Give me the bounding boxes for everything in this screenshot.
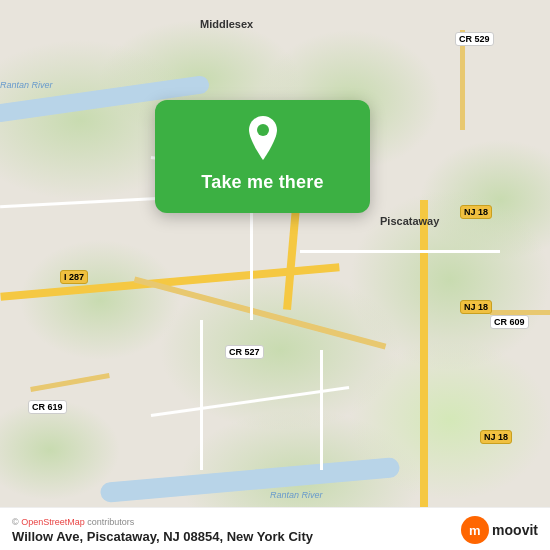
road-label-cr527: CR 527	[225, 345, 264, 359]
road-label-nj18-bottom: NJ 18	[480, 430, 512, 444]
local-road-5	[320, 350, 323, 470]
take-me-there-button[interactable]: Take me there	[201, 168, 323, 197]
road-label-cr609: CR 609	[490, 315, 529, 329]
bottom-left-section: © OpenStreetMap contributors Willow Ave,…	[12, 517, 313, 544]
moovit-text: moovit	[492, 522, 538, 538]
road-label-cr529: CR 529	[455, 32, 494, 46]
address-label: Willow Ave, Piscataway, NJ 08854, New Yo…	[12, 529, 313, 544]
osm-contributors: contributors	[87, 517, 134, 527]
location-pin-icon	[241, 116, 285, 160]
local-road-3	[200, 320, 203, 470]
osm-link[interactable]: OpenStreetMap	[21, 517, 85, 527]
navigation-card: Take me there	[155, 100, 370, 213]
road-label-i287-left: I 287	[60, 270, 88, 284]
local-road-4	[300, 250, 500, 253]
bottom-bar: © OpenStreetMap contributors Willow Ave,…	[0, 507, 550, 550]
road-label-cr619: CR 619	[28, 400, 67, 414]
map-container: I 287 I 287 NJ 18 NJ 18 NJ 18 CR 527 CR …	[0, 0, 550, 550]
osm-credit: © OpenStreetMap contributors	[12, 517, 313, 527]
copyright-symbol: ©	[12, 517, 19, 527]
moovit-icon: m	[461, 516, 489, 544]
road-label-nj18-mid: NJ 18	[460, 300, 492, 314]
svg-point-0	[257, 124, 269, 136]
moovit-logo: m moovit	[461, 516, 538, 544]
road-label-nj18-top: NJ 18	[460, 205, 492, 219]
svg-text:m: m	[469, 523, 481, 538]
